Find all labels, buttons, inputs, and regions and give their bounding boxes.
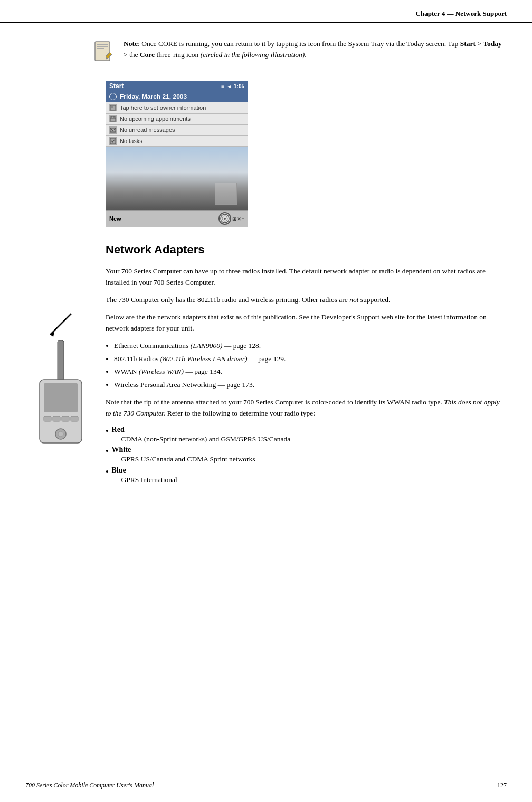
list-item: WWAN (Wireless WAN) — page 134. — [114, 366, 507, 378]
antenna-panel — [24, 308, 98, 446]
svg-rect-1 — [97, 44, 108, 45]
note-icon — [90, 39, 115, 66]
note-bold-today: Today — [483, 40, 502, 48]
chapter-label: Chapter 4 — Network Support — [416, 10, 507, 17]
owner-text: Tap here to set owner information — [120, 105, 206, 111]
new-button-label: New — [109, 215, 121, 222]
pencil-icon — [91, 40, 114, 65]
messages-text: No unread messages — [120, 127, 175, 133]
color-label-red: Red — [112, 426, 125, 433]
note-text-1: : Once CORE is running, you can return t… — [138, 40, 460, 48]
screenshot-desktop-image — [106, 147, 248, 210]
color-label-white: White — [112, 446, 131, 454]
screenshot-date: Friday, March 21, 2003 — [120, 93, 187, 100]
screenshot-container: Start ≡ ◄ 1:05 Friday, March 21, 2003 Ta… — [106, 81, 507, 227]
core-ring-icon — [218, 212, 231, 225]
note-text-2: > — [476, 40, 483, 48]
taskbar-icon-1: ⊞ — [232, 216, 236, 222]
color-item-blue: • Blue GPRS International — [106, 466, 507, 485]
taskbar-icon-2: ✕ — [237, 216, 241, 222]
para2-italic: not — [349, 296, 358, 304]
svg-rect-8 — [111, 106, 113, 108]
bullet-list: Ethernet Communications (LAN9000) — page… — [114, 341, 507, 391]
svg-point-28 — [58, 431, 63, 437]
chapter-title: Chapter 4 — Network Support — [416, 10, 507, 18]
color-label-blue: Blue — [112, 466, 126, 474]
bullet-dot-blue: • — [106, 466, 109, 478]
antenna-image — [24, 308, 98, 446]
svg-rect-25 — [62, 416, 69, 421]
footer-page-number: 127 — [497, 781, 507, 789]
para-2: The 730 Computer only has the 802.11b ra… — [106, 295, 507, 306]
screenshot-item-tasks: No tasks — [106, 136, 248, 147]
note-italic: (circled in the following illustration) — [201, 51, 305, 59]
arrow-diagonal-icon — [45, 308, 77, 340]
note-bold-start: Start — [460, 40, 476, 48]
color-item-red: • Red CDMA (non-Sprint networks) and GSM… — [106, 426, 507, 445]
svg-rect-22 — [44, 383, 78, 412]
titlebar-icons: ≡ ◄ 1:05 — [221, 83, 244, 89]
note-bold-core: Core — [140, 51, 155, 59]
svg-rect-20 — [58, 340, 64, 382]
screenshot-image: Start ≡ ◄ 1:05 Friday, March 21, 2003 Ta… — [106, 81, 248, 227]
screenshot-item-messages: No unread messages — [106, 125, 248, 136]
calendar-icon — [109, 115, 117, 122]
screenshot-date-row: Friday, March 21, 2003 — [106, 91, 248, 102]
antenna-device-icon — [34, 340, 87, 446]
svg-rect-23 — [44, 416, 51, 421]
screenshot-item-appointments: No upcoming appointments — [106, 114, 248, 125]
note-label: Note — [124, 40, 138, 48]
screenshot-taskbar: New ⊞ ✕ ↑ — [106, 210, 248, 227]
clock-icon — [109, 93, 117, 100]
svg-rect-26 — [71, 416, 78, 421]
svg-rect-24 — [53, 416, 60, 421]
color-item-white: • White GPRS US/Canada and CDMA Sprint n… — [106, 446, 507, 465]
page-header: Chapter 4 — Network Support — [0, 0, 532, 23]
list-item: Ethernet Communications (LAN9000) — page… — [114, 341, 507, 352]
para4-pre: Note that the tip of the antenna attache… — [106, 398, 444, 406]
svg-rect-9 — [110, 117, 116, 121]
para2-pre: The 730 Computer only has the 802.11b ra… — [106, 296, 349, 304]
note-text-5: . — [305, 51, 306, 59]
tasks-text: No tasks — [120, 138, 142, 144]
note-text-4: three-ring icon — [155, 51, 201, 59]
screenshot-titlebar: Start ≡ ◄ 1:05 — [106, 81, 248, 91]
para-1: Your 700 Series Computer can have up to … — [106, 266, 507, 288]
note-text: Note: Once CORE is running, you can retu… — [124, 39, 507, 61]
color-desc-red: CDMA (non-Sprint networks) and GSM/GPRS … — [121, 435, 291, 443]
appointments-text: No upcoming appointments — [120, 116, 191, 122]
svg-line-18 — [50, 314, 71, 335]
mail-icon — [109, 126, 117, 134]
color-section: • Red CDMA (non-Sprint networks) and GSM… — [106, 426, 507, 485]
taskbar-icons: ⊞ ✕ ↑ — [232, 216, 244, 222]
para-3: Below are the the network adapters that … — [106, 312, 507, 334]
checkbox-icon — [109, 137, 117, 145]
list-item: Wireless Personal Area Networking — page… — [114, 380, 507, 391]
taskbar-right: ⊞ ✕ ↑ — [218, 212, 244, 225]
note-text-3: > the — [124, 51, 140, 59]
footer-title: 700 Series Color Mobile Computer User's … — [25, 781, 154, 789]
para4-post: Refer to the following to determine your… — [165, 409, 315, 417]
sound-icon: ◄ — [226, 83, 232, 89]
bullet-dot-white: • — [106, 446, 109, 457]
svg-rect-2 — [97, 46, 108, 47]
taskbar-icon-3: ↑ — [242, 216, 244, 222]
bullet-dot-red: • — [106, 426, 109, 437]
list-item: 802.11b Radios (802.11b Wireless LAN dri… — [114, 354, 507, 365]
para2-post: supported. — [358, 296, 390, 304]
svg-rect-3 — [97, 48, 104, 49]
color-desc-white: GPRS US/Canada and CDMA Sprint networks — [121, 455, 255, 463]
main-content: Note: Once CORE is running, you can retu… — [0, 23, 532, 505]
network-adapters-heading: Network Adapters — [106, 243, 507, 257]
signal-icon: ≡ — [221, 83, 224, 89]
note-box: Note: Once CORE is running, you can retu… — [90, 39, 507, 66]
owner-icon — [109, 104, 117, 111]
network-adapters-content: Your 700 Series Computer can have up to … — [106, 266, 507, 485]
para-4: Note that the tip of the antenna attache… — [106, 397, 507, 419]
color-desc-blue: GPRS International — [121, 476, 177, 484]
time-display: 1:05 — [234, 83, 244, 89]
page-footer: 700 Series Color Mobile Computer User's … — [25, 778, 507, 789]
svg-point-17 — [224, 218, 226, 220]
screenshot-item-owner: Tap here to set owner information — [106, 102, 248, 114]
screenshot-start-label: Start — [109, 82, 124, 90]
